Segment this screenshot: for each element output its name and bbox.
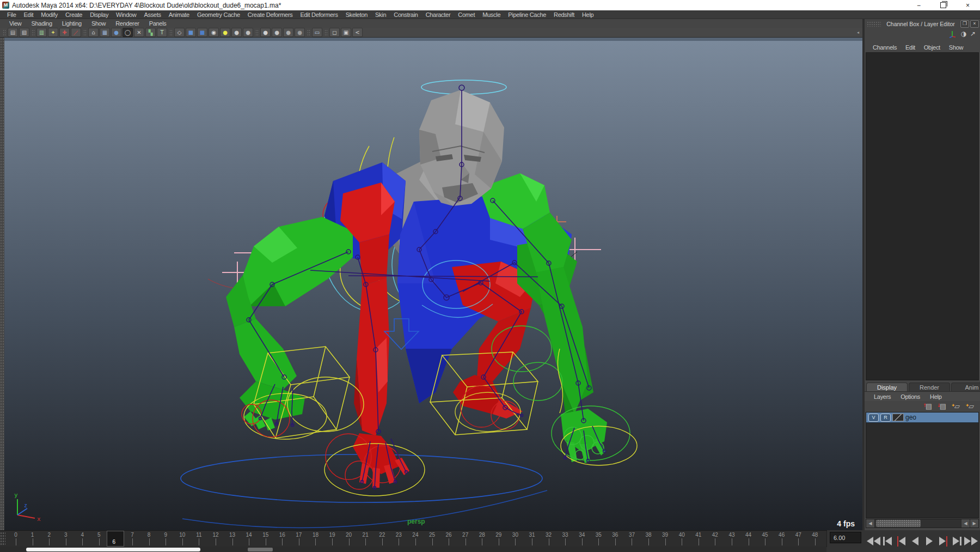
render-settings-icon[interactable]: ● [220, 28, 230, 37]
menu-item[interactable]: Muscle [479, 11, 504, 19]
close-panel-button[interactable]: × [970, 20, 979, 28]
new-layer-from-selected-icon[interactable]: ▱✦ [966, 402, 977, 411]
text-tool-icon[interactable]: T [157, 28, 167, 37]
panel-menu-item[interactable]: Panels [144, 20, 171, 27]
play-forwards-button[interactable] [923, 533, 936, 549]
menu-item[interactable]: Geometry Cache [193, 11, 244, 19]
lasso-select-icon[interactable]: ✦ [48, 28, 58, 37]
material-sphere-icon[interactable]: ● [260, 28, 271, 37]
menu-item[interactable]: Comet [454, 11, 479, 19]
snap-to-grid-icon[interactable]: ⌂ [88, 28, 99, 37]
layer-color-swatch[interactable] [892, 414, 904, 421]
snap-move-tool-icon[interactable]: ✚ [59, 28, 70, 37]
menu-item[interactable]: Modify [37, 11, 62, 19]
render-view-icon[interactable]: ■ [186, 28, 196, 37]
current-frame-marker[interactable]: 6 [107, 531, 124, 547]
step-forward-frame-button[interactable] [951, 533, 964, 549]
panel-menu-item[interactable]: Renderer [111, 20, 144, 27]
layer-list[interactable]: V R geo [866, 412, 979, 518]
shaded-sphere-icon[interactable]: ● [231, 28, 242, 37]
render-current-frame-icon[interactable]: ■ [197, 28, 207, 37]
shaded-sphere-icon[interactable]: ● [243, 28, 253, 37]
selection-marquee-icon[interactable]: ▭ [312, 28, 322, 37]
minimize-button[interactable]: − [906, 0, 931, 10]
channel-box-menu-item[interactable]: Channels [869, 44, 901, 51]
select-by-hierarchy-icon[interactable]: ▤ [8, 28, 18, 37]
menu-item[interactable]: Edit [20, 11, 38, 19]
scroll-left-arrow-2[interactable]: ◀ [961, 519, 970, 527]
time-slider-grip[interactable] [0, 532, 5, 546]
cube-outline-icon[interactable]: ◻ [329, 28, 340, 37]
viewport-left-grip[interactable] [0, 38, 4, 530]
material-sphere-icon[interactable]: ● [283, 28, 293, 37]
move-tool-axis-icon[interactable] [948, 30, 957, 38]
play-backwards-button[interactable] [909, 533, 922, 549]
panel-menu-item[interactable]: Lighting [57, 20, 87, 27]
menu-item[interactable]: Pipeline Cache [504, 11, 550, 19]
grid-icon[interactable]: ▦ [100, 28, 110, 37]
contrast-toggle-icon[interactable]: ◑ [960, 30, 966, 38]
panel-menu-item[interactable]: View [4, 20, 26, 27]
close-button[interactable]: × [955, 0, 980, 10]
snap-to-plane-icon[interactable]: ✕ [134, 28, 144, 37]
menu-item[interactable]: Animate [165, 11, 193, 19]
range-slider-bar[interactable] [26, 548, 200, 551]
layer-renderable-toggle[interactable]: R [880, 414, 891, 422]
tab-display[interactable]: Display [866, 383, 908, 391]
perspective-viewport[interactable]: y x z persp 4 fps [4, 38, 862, 530]
channel-box-menu-item[interactable]: Edit [902, 44, 919, 51]
menu-item[interactable]: Create [62, 11, 86, 19]
material-sphere-icon[interactable]: ● [295, 28, 305, 37]
menu-item[interactable]: Skeleton [342, 11, 371, 19]
scrollbar-thumb[interactable] [876, 520, 921, 527]
layer-menu-item[interactable]: Options [896, 393, 925, 401]
channel-box-menu-item[interactable]: Show [945, 44, 967, 51]
share-node-icon[interactable]: < [352, 28, 363, 37]
render-cube-icon[interactable]: ◇ [174, 28, 185, 37]
make-live-icon[interactable]: ▚ [145, 28, 156, 37]
menu-item[interactable]: Assets [140, 11, 164, 19]
go-to-end-button[interactable] [965, 533, 978, 549]
pop-out-panel-button[interactable]: ❐ [960, 20, 969, 28]
duplicate-icon[interactable]: ▣ [341, 28, 351, 37]
menu-item[interactable]: Constrain [390, 11, 421, 19]
scroll-left-arrow[interactable]: ◀ [866, 519, 875, 527]
range-slider[interactable] [0, 547, 826, 552]
snap-to-point-icon[interactable]: ● [111, 28, 121, 37]
menu-item[interactable]: Window [112, 11, 140, 19]
step-back-frame-button[interactable] [881, 533, 894, 549]
move-layer-down-icon[interactable]: ▤↓ [938, 402, 948, 411]
paint-brush-icon[interactable]: ／ [71, 28, 81, 37]
channel-box-menu-item[interactable]: Object [920, 44, 944, 51]
range-slider-handle[interactable] [248, 548, 273, 551]
layer-menu-item[interactable]: Help [925, 393, 946, 401]
tab-anim[interactable]: Anim [951, 383, 980, 391]
menu-item[interactable]: Character [422, 11, 455, 19]
menu-item[interactable]: Create Deformers [244, 11, 297, 19]
restore-button[interactable] [931, 0, 955, 10]
move-layer-up-icon[interactable]: ▤↑ [923, 402, 934, 411]
step-back-key-button[interactable] [895, 533, 908, 549]
channel-box-list-area[interactable] [866, 52, 979, 380]
tab-render[interactable]: Render [909, 383, 950, 391]
select-by-object-icon[interactable]: ▧ [19, 28, 29, 37]
layer-visibility-toggle[interactable]: V [868, 414, 879, 422]
panel-menu-item[interactable]: Shading [26, 20, 57, 27]
layer-row-geo[interactable]: V R geo [866, 413, 978, 423]
layer-menu-item[interactable]: Layers [869, 393, 896, 401]
go-to-start-button[interactable] [867, 533, 880, 549]
drag-grip[interactable] [867, 21, 881, 27]
ipr-render-icon[interactable]: ◉ [209, 28, 219, 37]
menu-item[interactable]: Display [86, 11, 112, 19]
material-sphere-icon[interactable]: ● [272, 28, 282, 37]
step-forward-key-button[interactable] [937, 533, 950, 549]
menu-item[interactable]: Redshift [550, 11, 578, 19]
toolbar-collapse-arrow[interactable]: ◂ [857, 30, 859, 35]
current-time-field[interactable]: 6.00 [830, 532, 861, 543]
time-slider[interactable]: 0123456789101112131415161718192021222324… [0, 530, 827, 547]
menu-item[interactable]: Help [578, 11, 597, 19]
menu-item[interactable]: Skin [371, 11, 390, 19]
snap-to-curve-icon[interactable]: ◯ [122, 28, 133, 37]
menu-item[interactable]: File [3, 11, 20, 19]
panel-menu-item[interactable]: Show [87, 20, 111, 27]
